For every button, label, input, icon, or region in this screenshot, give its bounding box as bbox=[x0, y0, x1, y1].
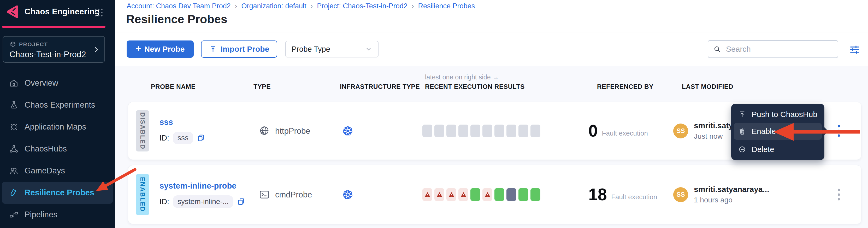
copy-icon[interactable] bbox=[197, 134, 205, 142]
project-name: Chaos-Test-in-Prod2 bbox=[9, 50, 86, 59]
probe-type-select[interactable]: Probe Type bbox=[285, 41, 378, 57]
flask-icon bbox=[9, 100, 19, 110]
breadcrumb: Account: Chaos Dev Team Prod2 › Organiza… bbox=[127, 2, 475, 10]
accent-bar bbox=[2, 26, 105, 28]
enable-icon bbox=[738, 127, 746, 136]
execution-result-empty bbox=[470, 124, 480, 137]
breadcrumb-separator: › bbox=[412, 2, 414, 10]
search-icon bbox=[713, 45, 721, 53]
search-input[interactable] bbox=[725, 45, 833, 54]
breadcrumb-separator: › bbox=[311, 2, 313, 10]
modified-by-user: smriti.satyanaraya... bbox=[694, 185, 769, 194]
people-icon bbox=[9, 166, 19, 176]
page-header: Account: Chaos Dev Team Prod2 › Organiza… bbox=[115, 0, 868, 66]
import-icon bbox=[209, 45, 217, 53]
avatar: SS bbox=[673, 123, 688, 138]
probe-name-link[interactable]: system-inline-probe bbox=[159, 181, 245, 191]
referenced-by-count: 0 bbox=[588, 121, 598, 141]
modified-time: 1 hours ago bbox=[694, 196, 769, 204]
sidebar-item-chaoshubs[interactable]: ChaosHubs bbox=[2, 138, 113, 160]
column-header-last-modified: LAST MODIFIED bbox=[682, 83, 733, 90]
column-header-infrastructure-type: INFRASTRUCTURE TYPE bbox=[340, 83, 420, 90]
execution-result-fail bbox=[458, 188, 468, 201]
chevron-down-icon bbox=[365, 46, 372, 53]
breadcrumb-current[interactable]: Resilience Probes bbox=[418, 2, 475, 10]
recent-execution-results bbox=[423, 124, 540, 137]
probe-test-tube-icon bbox=[9, 188, 19, 198]
recent-execution-results bbox=[423, 188, 540, 201]
resilience-probes-page: Chaos Engineering PROJECT Chaos-Test-in-… bbox=[0, 0, 868, 228]
breadcrumb-project[interactable]: Project: Chaos-Test-in-Prod2 bbox=[317, 2, 407, 10]
menu-item-enable[interactable]: Enable bbox=[734, 123, 822, 140]
home-icon bbox=[9, 78, 19, 88]
execution-result-empty bbox=[434, 124, 444, 137]
modified-time: Just now bbox=[694, 132, 733, 141]
sidebar-item-gamedays[interactable]: GameDays bbox=[2, 160, 113, 182]
execution-result-empty bbox=[446, 124, 456, 137]
brand: Chaos Engineering bbox=[5, 4, 100, 19]
probe-id: sss bbox=[173, 132, 193, 144]
table-row-system-inline-probe: ENABLED system-inline-probe ID: system-i… bbox=[128, 165, 862, 224]
column-header-probe-name: PROBE NAME bbox=[151, 83, 195, 90]
copy-icon[interactable] bbox=[237, 197, 245, 206]
execution-result-pass bbox=[494, 188, 504, 201]
kubernetes-icon bbox=[341, 188, 354, 201]
module-grid-icon[interactable] bbox=[93, 7, 104, 18]
probe-id: system-inline-... bbox=[173, 195, 234, 208]
row-context-menu: Push to ChaosHub Enable Delete bbox=[731, 104, 825, 160]
plus-icon: + bbox=[135, 44, 141, 54]
column-header-recent-execution-results: RECENT EXECUTION RESULTS bbox=[425, 83, 525, 90]
http-probe-globe-icon bbox=[258, 125, 271, 137]
menu-item-delete[interactable]: Delete bbox=[731, 141, 825, 158]
status-badge: DISABLED bbox=[136, 110, 149, 151]
execution-result-empty bbox=[458, 124, 468, 137]
avatar: SS bbox=[673, 187, 688, 202]
chaos-engineering-logo-icon bbox=[5, 4, 20, 19]
sidebar: Chaos Engineering PROJECT Chaos-Test-in-… bbox=[0, 0, 115, 228]
execution-order-note: latest one on right side → bbox=[425, 74, 499, 81]
execution-result-empty bbox=[506, 124, 516, 137]
push-upload-icon bbox=[738, 110, 746, 119]
network-icon bbox=[9, 144, 19, 154]
sidebar-item-resilience-probes[interactable]: Resilience Probes bbox=[2, 182, 113, 204]
new-probe-button[interactable]: + New Probe bbox=[127, 40, 194, 58]
project-selector[interactable]: PROJECT Chaos-Test-in-Prod2 bbox=[3, 36, 105, 63]
minus-circle-icon bbox=[738, 145, 746, 153]
execution-result-pass bbox=[519, 188, 528, 201]
breadcrumb-organization[interactable]: Organization: default bbox=[241, 2, 306, 10]
cube-icon bbox=[9, 41, 17, 48]
execution-result-empty bbox=[423, 124, 432, 137]
filter-settings-icon[interactable] bbox=[849, 44, 861, 55]
execution-result-empty bbox=[530, 124, 540, 137]
project-label: PROJECT bbox=[19, 41, 48, 48]
header-divider bbox=[115, 32, 868, 32]
row-menu-kebab-icon[interactable] bbox=[836, 123, 842, 138]
sidebar-item-overview[interactable]: Overview bbox=[2, 72, 113, 94]
column-header-type: TYPE bbox=[253, 83, 271, 90]
target-icon bbox=[9, 122, 19, 132]
pipeline-icon bbox=[9, 210, 19, 220]
execution-result-fail bbox=[423, 188, 432, 201]
cmd-probe-terminal-icon bbox=[258, 189, 271, 201]
execution-result-empty bbox=[519, 124, 528, 137]
import-probe-button[interactable]: Import Probe bbox=[201, 40, 277, 58]
probe-name-link[interactable]: sss bbox=[159, 117, 205, 127]
page-title: Resilience Probes bbox=[126, 12, 227, 26]
breadcrumb-account[interactable]: Account: Chaos Dev Team Prod2 bbox=[127, 2, 231, 10]
execution-result-fail bbox=[446, 188, 456, 201]
sidebar-item-pipelines[interactable]: Pipelines bbox=[2, 204, 113, 226]
kubernetes-icon bbox=[341, 124, 354, 137]
execution-result-pass bbox=[470, 188, 480, 201]
breadcrumb-separator: › bbox=[235, 2, 237, 10]
execution-result-empty bbox=[494, 124, 504, 137]
execution-result-na bbox=[506, 188, 516, 201]
chevron-right-icon bbox=[92, 46, 100, 54]
menu-item-push-to-chaoshub[interactable]: Push to ChaosHub bbox=[731, 106, 825, 122]
execution-result-empty bbox=[483, 124, 492, 137]
sidebar-item-application-maps[interactable]: Application Maps bbox=[2, 116, 113, 138]
search-box bbox=[708, 40, 838, 58]
referenced-by-count: 18 bbox=[588, 185, 607, 204]
column-header-referenced-by: REFERENCED BY bbox=[597, 83, 653, 90]
sidebar-item-chaos-experiments[interactable]: Chaos Experiments bbox=[2, 94, 113, 116]
row-menu-kebab-icon[interactable] bbox=[836, 187, 842, 202]
